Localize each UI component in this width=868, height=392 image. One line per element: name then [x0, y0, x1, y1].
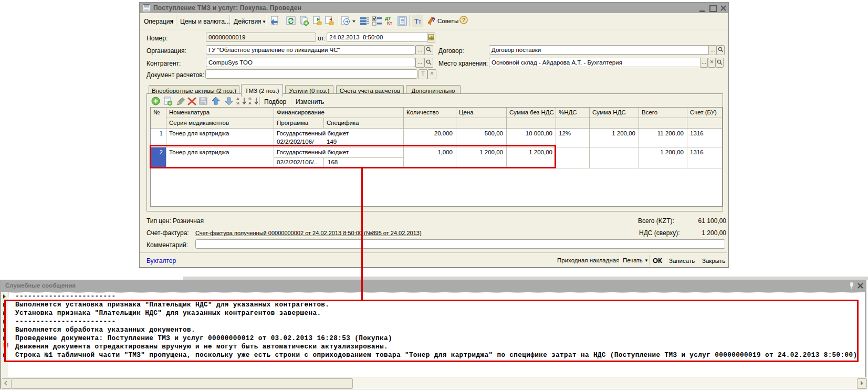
- svg-text:?: ?: [432, 17, 435, 23]
- svg-text:гон: гон: [201, 101, 205, 104]
- svg-text:?: ?: [462, 17, 465, 23]
